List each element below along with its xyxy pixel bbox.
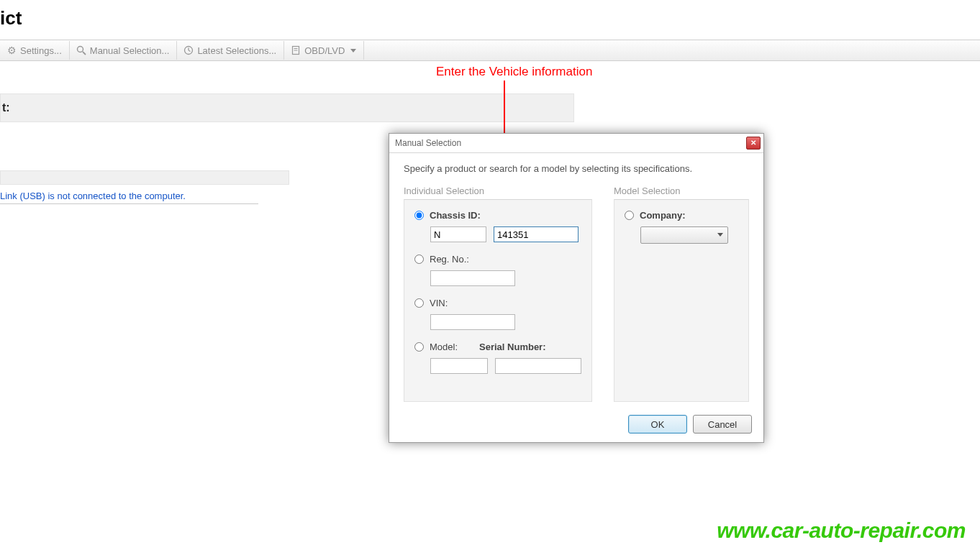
svg-line-1 [83, 52, 86, 55]
obd-lvd-button[interactable]: OBD/LVD [284, 41, 364, 60]
company-select[interactable] [640, 226, 728, 244]
gear-icon: ⚙ [6, 45, 17, 56]
watermark: www.car-auto-repair.com [717, 518, 966, 543]
close-icon: ✕ [750, 139, 756, 147]
vin-input[interactable] [430, 314, 515, 330]
svg-point-0 [77, 47, 83, 52]
vin-label: VIN: [430, 298, 448, 308]
reg-no-radio[interactable] [414, 255, 424, 264]
search-icon [76, 45, 87, 56]
dialog-title: Manual Selection [395, 138, 746, 148]
settings-button[interactable]: ⚙ Settings... [0, 41, 70, 60]
manual-selection-dialog: Manual Selection ✕ Specify a product or … [389, 133, 764, 443]
company-label: Company: [640, 210, 686, 221]
model-input[interactable] [430, 358, 488, 374]
latest-selections-button[interactable]: Latest Selections... [177, 41, 284, 60]
cancel-label: Cancel [708, 419, 737, 430]
manual-selection-label: Manual Selection... [90, 45, 170, 56]
connection-status: Link (USB) is not connected to the compu… [0, 191, 186, 201]
divider [0, 203, 258, 204]
cancel-button[interactable]: Cancel [693, 415, 752, 434]
dialog-instruction: Specify a product or search for a model … [404, 163, 749, 174]
vin-radio[interactable] [414, 298, 424, 308]
obd-lvd-label: OBD/LVD [304, 45, 345, 56]
document-icon [290, 45, 301, 56]
chassis-prefix-input[interactable] [430, 226, 486, 242]
toolbar: ⚙ Settings... Manual Selection... Latest… [0, 40, 980, 61]
model-selection-group: Model Selection Company: [614, 185, 749, 402]
dialog-titlebar: Manual Selection ✕ [389, 134, 763, 153]
company-radio[interactable] [625, 211, 634, 220]
svg-line-4 [189, 50, 191, 52]
model-selection-title: Model Selection [614, 185, 749, 196]
info-bar: t: [0, 93, 574, 122]
secondary-bar [0, 170, 289, 185]
dialog-body: Specify a product or search for a model … [389, 153, 763, 408]
ok-button[interactable]: OK [628, 415, 687, 434]
model-radio[interactable] [414, 342, 424, 352]
info-label-fragment: t: [2, 101, 10, 114]
annotation-text: Enter the Vehicle information [436, 65, 592, 79]
chevron-down-icon [350, 49, 356, 52]
dialog-footer: OK Cancel [389, 408, 763, 442]
close-button[interactable]: ✕ [746, 137, 761, 150]
reg-no-input[interactable] [430, 270, 515, 286]
individual-selection-group: Individual Selection Chassis ID: Reg. [404, 185, 592, 402]
clock-icon [183, 45, 194, 56]
serial-input[interactable] [495, 358, 581, 374]
model-label: Model: [430, 342, 458, 352]
settings-label: Settings... [20, 45, 62, 56]
individual-selection-title: Individual Selection [404, 185, 592, 196]
chassis-id-radio[interactable] [414, 211, 424, 220]
reg-no-label: Reg. No.: [430, 254, 469, 265]
chassis-id-label: Chassis ID: [430, 210, 481, 221]
serial-label: Serial Number: [479, 342, 545, 352]
latest-selections-label: Latest Selections... [197, 45, 276, 56]
ok-label: OK [651, 419, 665, 430]
manual-selection-button[interactable]: Manual Selection... [70, 41, 178, 60]
page-title: ict [0, 7, 22, 29]
chassis-number-input[interactable] [494, 226, 579, 242]
